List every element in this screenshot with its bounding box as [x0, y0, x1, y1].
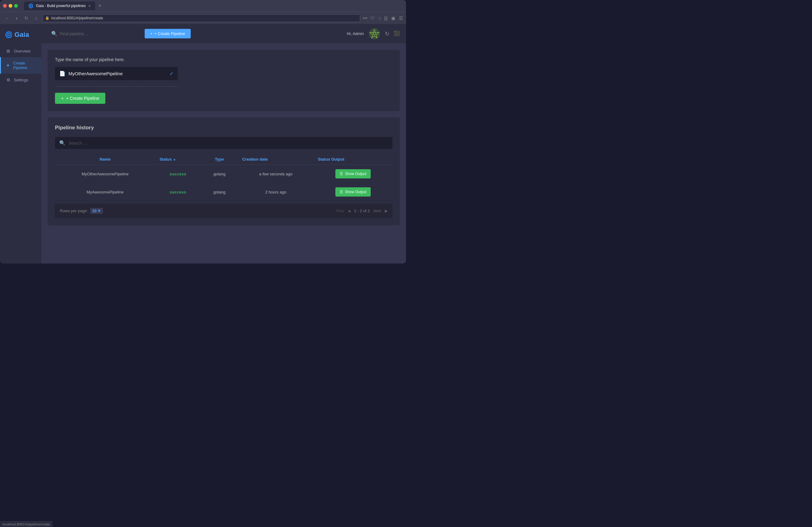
prev-page-button[interactable]: Prev [336, 209, 344, 213]
sidebar-item-create-pipeline[interactable]: + Create Pipeline [0, 57, 42, 74]
menu-icon-1: ☰ [340, 190, 343, 194]
active-tab[interactable]: 🌀 Gaia - Build powerful pipelines ✕ [24, 2, 95, 10]
cell-name-0: MyOtherAwesomePipeline [55, 165, 155, 183]
logo-icon: 🌀 [5, 31, 13, 39]
history-search-input[interactable] [69, 141, 388, 146]
maximize-window-button[interactable] [14, 4, 18, 8]
new-tab-button[interactable]: + [97, 3, 103, 9]
col-header-creation-date[interactable]: Creation date [238, 154, 314, 165]
cell-status-0: success [155, 165, 201, 183]
show-output-button-0[interactable]: ☰ Show Output [335, 169, 371, 178]
tab-title: Gaia - Build powerful pipelines [36, 4, 86, 8]
traffic-lights [3, 4, 18, 8]
chevron-left-icon[interactable]: ◀ [348, 209, 350, 213]
cell-output-1: ☰ Show Output [314, 183, 392, 201]
rows-per-page-value: 10 [92, 208, 97, 213]
settings-icon: ⚙ [6, 77, 11, 82]
cell-creation-date-1: 2 hours ago [238, 183, 314, 201]
reload-button[interactable]: ↻ [23, 14, 30, 22]
col-header-status-output[interactable]: Status Output [314, 154, 392, 165]
cell-name-1: MyAwesomePipeline [55, 183, 155, 201]
create-plus-icon: + [150, 31, 153, 36]
form-description: Type the name of your pipeline here. [55, 57, 309, 62]
url-text: localhost:8081/#/pipeline/create [51, 16, 103, 20]
logo-text: Gaia [14, 31, 29, 39]
col-header-type[interactable]: Type [201, 154, 238, 165]
sidebar-toggle-icon[interactable]: ▣ [391, 16, 395, 20]
pipeline-search-bar[interactable]: 🔍 [48, 29, 140, 39]
create-pipeline-card: Type the name of your pipeline here. 📄 ✓… [48, 50, 400, 111]
app-logo: 🌀 Gaia [0, 27, 42, 45]
home-button[interactable]: ⌂ [32, 14, 40, 22]
pagination-row: Rows per page: 10 ▼ Prev ◀ 1 - 2 of 2 Ne… [55, 204, 392, 218]
pipeline-history-title: Pipeline history [55, 125, 392, 131]
sidebar-item-settings[interactable]: ⚙ Settings [0, 74, 42, 86]
tab-favicon-icon: 🌀 [28, 3, 33, 8]
back-button[interactable]: ‹ [3, 14, 11, 22]
menu-icon-0: ☰ [340, 172, 343, 176]
sort-asc-icon: ▲ [173, 158, 176, 161]
pipeline-name-input[interactable] [69, 71, 166, 76]
refresh-icon[interactable]: ↻ [385, 30, 389, 37]
browser-window: 🌀 Gaia - Build powerful pipelines ✕ + ‹ … [0, 0, 406, 263]
create-pipeline-main-button[interactable]: + + Create Pipeline [55, 93, 105, 104]
sidebar: 🌀 Gaia ⊞ Overview + Create Pipeline ⚙ Se… [0, 24, 42, 263]
right-browser-icons: ||| ▣ ☰ [384, 16, 403, 20]
history-table: Name Status ▲ Type [55, 154, 392, 201]
form-divider [55, 86, 178, 87]
lock-icon: 🔒 [45, 16, 49, 20]
search-input[interactable] [60, 31, 136, 36]
create-pipeline-main-label: + Create Pipeline [66, 96, 99, 101]
col-header-name[interactable]: Name [55, 154, 155, 165]
hamburger-menu-icon[interactable]: ☰ [399, 16, 403, 20]
header-actions: ↻ ⬛ [385, 30, 400, 37]
history-search-icon: 🔍 [59, 140, 66, 146]
table-row: MyOtherAwesomePipeline success golang a … [55, 165, 392, 183]
rows-per-page: Rows per page: 10 ▼ [60, 208, 103, 214]
sidebar-item-settings-label: Settings [14, 78, 28, 82]
library-icon[interactable]: ||| [384, 16, 388, 20]
create-plus-main-icon: + [61, 96, 63, 101]
header-right: Hi, Admin ↻ ⬛ [347, 28, 400, 39]
create-pipeline-icon: + [6, 63, 10, 68]
address-bar-row: ‹ › ↻ ⌂ 🔒 localhost:8081/#/pipeline/crea… [0, 12, 406, 24]
more-options-icon[interactable]: ••• [363, 16, 367, 20]
create-pipeline-header-button[interactable]: + + Create Pipeline [145, 29, 191, 39]
cell-type-0: golang [201, 165, 238, 183]
search-icon: 🔍 [51, 31, 57, 36]
sidebar-item-create-pipeline-label: Create Pipeline [13, 61, 37, 70]
rows-per-page-select[interactable]: 10 ▼ [90, 208, 103, 214]
show-output-button-1[interactable]: ☰ Show Output [335, 187, 371, 196]
avatar-svg [369, 28, 380, 39]
create-pipeline-header-label: + Create Pipeline [155, 31, 185, 36]
cell-creation-date-0: a few seconds ago [238, 165, 314, 183]
col-header-status[interactable]: Status ▲ [155, 154, 201, 165]
history-search-bar[interactable]: 🔍 [55, 137, 392, 149]
table-row: MyAwesomePipeline success golang 2 hours… [55, 183, 392, 201]
app-header: 🔍 + + Create Pipeline Hi, Admin [42, 24, 406, 44]
address-bar[interactable]: 🔒 localhost:8081/#/pipeline/create [42, 14, 360, 22]
pipeline-name-field[interactable]: 📄 ✓ [55, 67, 178, 80]
minimize-window-button[interactable] [9, 4, 12, 8]
app-container: 🌀 Gaia ⊞ Overview + Create Pipeline ⚙ Se… [0, 24, 406, 263]
check-icon: ✓ [170, 71, 174, 76]
next-page-button[interactable]: Next [374, 209, 381, 213]
shield-icon[interactable]: 🛡 [371, 16, 375, 20]
sidebar-item-overview[interactable]: ⊞ Overview [0, 45, 42, 57]
bookmark-icon[interactable]: ☆ [378, 16, 382, 20]
logout-icon[interactable]: ⬛ [394, 30, 400, 37]
browser-actions: ••• 🛡 ☆ [363, 16, 382, 20]
avatar[interactable] [369, 28, 380, 39]
pipeline-history-card: Pipeline history 🔍 Name [48, 117, 400, 225]
sidebar-item-overview-label: Overview [14, 49, 30, 54]
cell-status-1: success [155, 183, 201, 201]
forward-button[interactable]: › [13, 14, 20, 22]
page-count-text: 1 - 2 of 2 [354, 208, 370, 213]
dropdown-icon: ▼ [97, 208, 101, 213]
main-content: Type the name of your pipeline here. 📄 ✓… [42, 44, 406, 263]
tab-close-icon[interactable]: ✕ [88, 4, 91, 8]
chevron-right-icon[interactable]: ▶ [385, 209, 388, 213]
close-window-button[interactable] [3, 4, 7, 8]
cell-output-0: ☰ Show Output [314, 165, 392, 183]
title-bar: 🌀 Gaia - Build powerful pipelines ✕ + [0, 0, 406, 12]
